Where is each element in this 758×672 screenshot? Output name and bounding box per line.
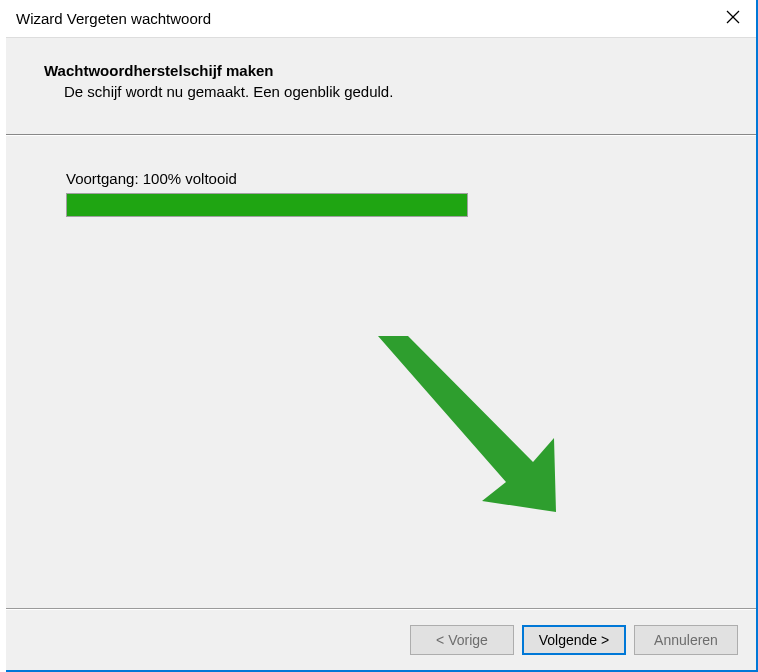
svg-marker-2	[378, 336, 556, 512]
window-title: Wizard Vergeten wachtwoord	[16, 10, 211, 27]
progress-bar	[66, 193, 468, 217]
back-button[interactable]: < Vorige	[410, 625, 514, 655]
wizard-header-title: Wachtwoordherstelschijf maken	[44, 62, 728, 79]
close-icon	[726, 10, 740, 28]
progress-label: Voortgang: 100% voltooid	[66, 170, 696, 187]
titlebar: Wizard Vergeten wachtwoord	[6, 0, 756, 38]
close-button[interactable]	[710, 0, 756, 38]
wizard-content: Voortgang: 100% voltooid	[6, 136, 756, 608]
arrow-annotation-icon	[378, 336, 578, 516]
wizard-header: Wachtwoordherstelschijf maken De schijf …	[6, 38, 756, 134]
next-button[interactable]: Volgende >	[522, 625, 626, 655]
wizard-header-subtitle: De schijf wordt nu gemaakt. Een ogenblik…	[64, 83, 728, 100]
wizard-dialog: Wizard Vergeten wachtwoord Wachtwoordher…	[6, 0, 756, 670]
wizard-button-bar: < Vorige Volgende > Annuleren	[6, 610, 756, 670]
progress-fill	[67, 194, 467, 216]
cancel-button[interactable]: Annuleren	[634, 625, 738, 655]
